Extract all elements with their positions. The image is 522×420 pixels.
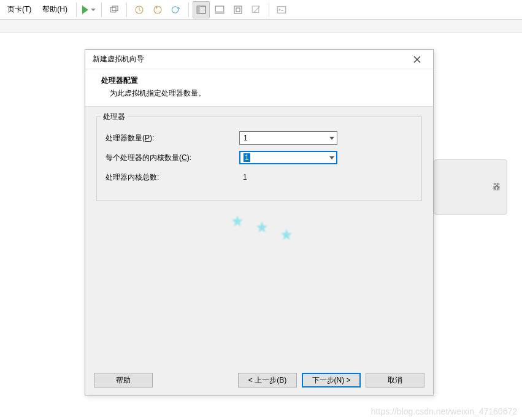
watermark-decoration (229, 214, 285, 230)
dialog-heading: 处理器配置 (101, 75, 422, 86)
row-processor-count: 处理器数量(P): 1 (106, 131, 413, 145)
help-button[interactable]: 帮助 (94, 373, 153, 388)
dialog-header: 处理器配置 为此虚拟机指定处理器数量。 (85, 69, 433, 107)
layers-icon (109, 4, 120, 15)
clock-manage-icon (171, 4, 182, 15)
label-core-count: 每个处理器的内核数量(C): (106, 153, 239, 163)
star-icon (254, 220, 270, 236)
menu-tab[interactable]: 页卡(T) (2, 2, 36, 17)
label-total-cores: 处理器内核总数: (106, 172, 239, 183)
star-icon (278, 227, 294, 243)
secondary-bar (0, 20, 522, 33)
processors-group: 处理器 处理器数量(P): 1 每个处理器的内核数量(C): 1 (96, 116, 422, 201)
dialog-body: 处理器 处理器数量(P): 1 每个处理器的内核数量(C): 1 (85, 107, 433, 207)
svg-rect-11 (252, 6, 259, 13)
combo-processor-value: 1 (244, 134, 248, 142)
dialog-subheading: 为此虚拟机指定处理器数量。 (101, 88, 422, 99)
clock-icon (134, 4, 145, 15)
background-panel: 器 (434, 159, 507, 215)
row-total-cores: 处理器内核总数: 1 (106, 170, 413, 185)
view-split-bottom-button[interactable] (211, 1, 228, 18)
dialog-titlebar: 新建虚拟机向导 (85, 50, 433, 69)
svg-rect-12 (277, 6, 286, 13)
view-fullscreen-button[interactable] (229, 1, 247, 18)
svg-point-3 (154, 6, 161, 13)
svg-rect-6 (197, 6, 200, 13)
dialog-footer: 帮助 < 上一步(B) 下一步(N) > 取消 (85, 365, 433, 395)
combo-core-value: 1 (244, 153, 250, 162)
back-button[interactable]: < 上一步(B) (238, 373, 297, 388)
dialog-title: 新建虚拟机向导 (93, 54, 144, 64)
svg-rect-9 (234, 6, 242, 13)
clock-forward-button[interactable] (149, 1, 166, 18)
svg-rect-8 (215, 11, 224, 13)
clock-forward-icon (152, 4, 163, 15)
split-left-icon (196, 4, 207, 15)
console-icon (276, 4, 287, 15)
label-processor-count: 处理器数量(P): (106, 133, 239, 143)
cancel-button[interactable]: 取消 (366, 373, 424, 388)
wizard-dialog: 新建虚拟机向导 处理器配置 为此虚拟机指定处理器数量。 处理器 处理器数量(P)… (85, 49, 434, 395)
combo-core-count[interactable]: 1 (239, 151, 337, 164)
chevron-down-icon (329, 156, 334, 159)
star-icon (229, 214, 245, 230)
snapshot-button[interactable] (106, 1, 123, 18)
chevron-down-icon (329, 137, 334, 140)
view-unity-button[interactable] (248, 1, 265, 18)
dropdown-icon (91, 9, 96, 11)
value-total-cores: 1 (239, 173, 247, 181)
menu-help[interactable]: 帮助(H) (37, 2, 72, 17)
svg-point-4 (172, 6, 178, 13)
close-button[interactable] (409, 51, 426, 68)
next-button[interactable]: 下一步(N) > (302, 373, 361, 388)
svg-rect-1 (112, 6, 118, 11)
clock-manage-button[interactable] (167, 1, 185, 18)
clock-button[interactable] (131, 1, 148, 18)
bg-label: 器 (493, 181, 501, 193)
svg-rect-10 (236, 8, 240, 12)
fullscreen-icon (232, 4, 244, 15)
unity-icon (251, 4, 262, 15)
run-button[interactable] (80, 1, 98, 18)
row-core-count: 每个处理器的内核数量(C): 1 (106, 150, 413, 165)
svg-rect-0 (110, 7, 116, 12)
combo-processor-count[interactable]: 1 (239, 131, 337, 145)
split-bottom-icon (214, 4, 225, 15)
group-title: 处理器 (101, 112, 128, 122)
close-icon (413, 56, 421, 63)
view-split-left-button[interactable] (193, 1, 210, 18)
play-icon (82, 6, 88, 14)
console-button[interactable] (273, 1, 290, 18)
main-toolbar: 页卡(T) 帮助(H) (0, 0, 522, 20)
blog-watermark: https://blog.csdn.net/weixin_47160672 (371, 407, 517, 416)
